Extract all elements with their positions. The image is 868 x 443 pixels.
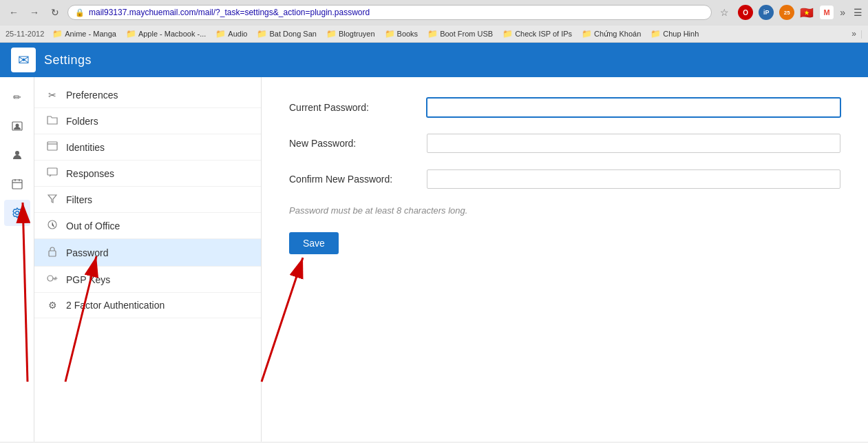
bookmark-audio[interactable]: 📁 Audio <box>211 28 251 40</box>
current-password-label: Current Password: <box>289 102 427 113</box>
confirm-password-input[interactable] <box>427 169 840 189</box>
bookmark-apple[interactable]: 📁 Apple - Macbook -... <box>122 28 210 40</box>
folder-icon: 📁 <box>215 29 226 39</box>
ext-25-icon[interactable]: 25 <box>779 5 794 20</box>
settings-nav-folders[interactable]: Folders <box>34 108 261 134</box>
main-content: Current Password: New Password: Confirm … <box>262 77 868 442</box>
bookmark-batdongsan[interactable]: 📁 Bat Dong San <box>253 28 321 40</box>
bookmark-separator: | <box>860 29 862 39</box>
bookmark-checkisp[interactable]: 📁 Check ISP of IPs <box>498 28 576 40</box>
bookmark-label: Books <box>397 30 419 38</box>
folder-icon: 📁 <box>502 29 513 39</box>
preferences-icon: ✂ <box>45 90 59 101</box>
page-title: Settings <box>44 53 92 68</box>
more-bookmarks-button[interactable]: » <box>851 29 856 39</box>
new-password-label: New Password: <box>289 138 427 149</box>
sidebar-icon-users[interactable] <box>4 142 30 168</box>
new-password-row: New Password: <box>289 134 840 153</box>
ext-ip-icon[interactable]: iP <box>759 5 774 20</box>
menu-icon[interactable]: ☰ <box>854 7 862 18</box>
2fa-icon: ⚙ <box>45 300 59 311</box>
svg-rect-12 <box>49 251 56 256</box>
browser-extensions: ☆ O iP 25 🇻🇳 M » ☰ <box>716 4 862 21</box>
2fa-label: 2 Factor Authentication <box>66 300 165 311</box>
bookmark-chungkhoan[interactable]: 📁 Chứng Khoán <box>578 28 645 40</box>
password-label: Password <box>66 247 108 258</box>
mail-icon: ✉ <box>18 52 30 68</box>
sidebar-icons: ✏ <box>0 77 34 442</box>
svg-point-13 <box>47 276 53 281</box>
star-button[interactable]: ☆ <box>716 4 732 21</box>
confirm-password-row: Confirm New Password: <box>289 169 840 189</box>
bookmark-bootfromusb[interactable]: 📁 Boot From USB <box>423 28 497 40</box>
bookmark-label: Bat Dong San <box>269 30 317 38</box>
folder-icon: 📁 <box>52 29 63 39</box>
bookmark-label: Anime - Manga <box>65 30 116 38</box>
browser-chrome: ← → ↻ 🔒 mail93137.maychuemail.com/mail/?… <box>0 0 868 43</box>
bookmark-label: Boot From USB <box>440 30 493 38</box>
bookmark-label: Check ISP of IPs <box>515 30 572 38</box>
folder-icon: 📁 <box>582 29 592 39</box>
sidebar-icon-calendar[interactable] <box>4 171 30 197</box>
out-of-office-icon <box>45 220 59 231</box>
app: ✉ Settings ✏ ✂ Preferences <box>0 43 868 442</box>
filters-label: Filters <box>66 194 92 205</box>
sidebar-icon-settings[interactable] <box>4 200 30 226</box>
address-bar[interactable]: 🔒 mail93137.maychuemail.com/mail/?_task=… <box>67 5 712 20</box>
bookmark-blogtruyen[interactable]: 📁 Blogtruyen <box>322 28 379 40</box>
bookmark-date: 25-11-2012 <box>6 30 44 38</box>
bookmark-label: Chứng Khoán <box>594 30 641 39</box>
svg-point-7 <box>15 212 19 215</box>
app-header: ✉ Settings <box>0 43 868 77</box>
bookmark-label: Apple - Macbook -... <box>138 30 206 38</box>
settings-sidebar: ✂ Preferences Folders Identities Respon <box>34 77 262 442</box>
more-extensions-icon[interactable]: » <box>840 7 845 18</box>
settings-nav-password[interactable]: Password <box>34 239 261 267</box>
identities-label: Identities <box>66 142 105 153</box>
preferences-label: Preferences <box>66 90 118 101</box>
svg-point-1 <box>15 124 19 127</box>
current-password-input[interactable] <box>427 98 840 117</box>
svg-rect-8 <box>47 142 57 150</box>
folder-icon: 📁 <box>326 29 337 39</box>
svg-rect-3 <box>12 180 22 189</box>
browser-nav: ← → ↻ 🔒 mail93137.maychuemail.com/mail/?… <box>0 0 868 25</box>
out-of-office-label: Out of Office <box>66 220 120 231</box>
folder-icon: 📁 <box>650 29 661 39</box>
url-text: mail93137.maychuemail.com/mail/?_task=se… <box>89 8 704 17</box>
settings-nav-identities[interactable]: Identities <box>34 134 261 161</box>
bookmark-books[interactable]: 📁 Books <box>381 28 423 40</box>
save-button[interactable]: Save <box>289 232 339 254</box>
back-button[interactable]: ← <box>6 4 22 21</box>
password-hint: Password must be at least 8 characters l… <box>289 205 840 216</box>
sidebar-icon-contacts[interactable] <box>4 113 30 139</box>
bookmark-label: Blogtruyen <box>339 30 375 38</box>
bookmark-label: Audio <box>228 30 247 38</box>
current-password-row: Current Password: <box>289 98 840 117</box>
svg-point-2 <box>15 151 19 155</box>
bookmark-chuphinh[interactable]: 📁 Chup Hinh <box>646 28 703 40</box>
folder-icon: 📁 <box>385 29 395 39</box>
reload-button[interactable]: ↻ <box>47 4 63 21</box>
settings-nav-responses[interactable]: Responses <box>34 161 261 187</box>
responses-icon <box>45 167 59 179</box>
settings-nav-2fa[interactable]: ⚙ 2 Factor Authentication <box>34 293 261 318</box>
folder-icon: 📁 <box>427 29 438 39</box>
new-password-input[interactable] <box>427 134 840 153</box>
sidebar-icon-compose[interactable]: ✏ <box>4 84 30 110</box>
pgp-keys-label: PGP Keys <box>66 274 110 285</box>
settings-nav-out-of-office[interactable]: Out of Office <box>34 213 261 239</box>
ext-gmail-icon[interactable]: M <box>819 5 834 20</box>
password-icon <box>45 246 59 259</box>
settings-nav-filters[interactable]: Filters <box>34 187 261 213</box>
folders-icon <box>45 115 59 127</box>
folders-label: Folders <box>66 116 98 127</box>
bookmark-anime[interactable]: 📁 Anime - Manga <box>48 28 120 40</box>
settings-nav-pgp-keys[interactable]: PGP Keys <box>34 267 261 293</box>
folder-icon: 📁 <box>126 29 136 39</box>
settings-nav-preferences[interactable]: ✂ Preferences <box>34 83 261 108</box>
forward-button[interactable]: → <box>26 4 43 21</box>
ext-opera-icon[interactable]: O <box>738 5 753 20</box>
ext-flag-icon: 🇻🇳 <box>800 6 814 19</box>
responses-label: Responses <box>66 168 114 179</box>
